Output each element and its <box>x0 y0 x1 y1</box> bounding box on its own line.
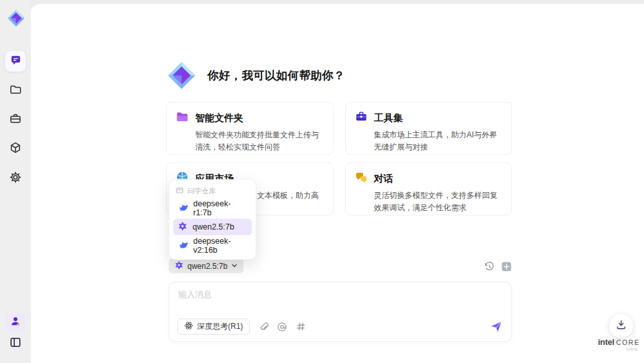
card-description: 灵活切换多模型文件，支持多样回复效果调试，满足个性化需求 <box>374 190 503 213</box>
folder-purple-icon <box>176 110 189 126</box>
message-composer: 深度思考(R1) <box>169 282 512 342</box>
card-title: 工具集 <box>374 112 403 124</box>
send-icon[interactable] <box>489 320 502 333</box>
card-conversation[interactable]: 对话 灵活切换多模型文件，支持多样回复效果调试，满足个性化需求 <box>345 162 513 215</box>
at-circle-icon[interactable] <box>277 322 287 332</box>
panel-icon <box>9 336 22 351</box>
card-title: 智能文件夹 <box>195 112 243 124</box>
chat-gold-icon <box>355 171 368 186</box>
chat-actions <box>483 260 512 272</box>
toolbox-icon <box>355 110 368 126</box>
sidebar-item-account[interactable] <box>6 313 25 332</box>
intel-core-logo: intel CORE Ultra <box>599 337 639 351</box>
intel-wordmark: intel <box>598 337 614 347</box>
greeting-title: 你好，我可以如何帮助你？ <box>207 68 345 83</box>
new-chat-icon[interactable] <box>500 260 512 272</box>
sidebar <box>0 0 31 363</box>
card-smart-folder[interactable]: 智能文件夹 智能文件夹功能支持批量文件上传与清洗，轻松实现文件问答 <box>166 102 334 155</box>
deep-think-label: 深度思考(R1) <box>197 321 243 332</box>
model-option-deepseek-v2[interactable]: deepseek-v2:16b <box>173 237 252 254</box>
deepseek-icon <box>178 240 188 252</box>
model-dropdown: 问学仓库 deepseek-r1:7b qwen2.5:7b deepseek-… <box>169 179 256 260</box>
repo-icon <box>176 186 184 195</box>
ultra-wordmark: Ultra <box>599 347 638 351</box>
sidebar-item-chat[interactable] <box>5 51 26 72</box>
hash-icon[interactable] <box>296 322 306 332</box>
greeting: 你好，我可以如何帮助你？ <box>166 60 345 91</box>
gear-icon <box>9 171 22 186</box>
chevron-down-icon <box>231 262 238 271</box>
model-option-deepseek-r1[interactable]: deepseek-r1:7b <box>173 200 252 217</box>
core-wordmark: CORE <box>616 338 640 346</box>
model-selector-label: qwen2.5:7b <box>187 262 227 271</box>
download-fab[interactable] <box>609 314 633 338</box>
paperclip-icon[interactable] <box>258 322 269 332</box>
qwen-icon <box>178 221 187 233</box>
qwen-icon <box>175 260 184 271</box>
model-selector[interactable]: qwen2.5:7b <box>169 259 243 273</box>
briefcase-icon <box>9 112 22 128</box>
chat-icon <box>10 54 22 69</box>
card-description: 集成市场上主流工具，助力AI与外界无缝扩展与对接 <box>374 129 503 153</box>
app-logo-icon <box>6 8 26 28</box>
model-option-qwen[interactable]: qwen2.5:7b <box>173 219 252 235</box>
deepseek-icon <box>178 202 188 215</box>
atom-icon <box>184 321 193 332</box>
card-title: 对话 <box>374 173 393 185</box>
sidebar-item-collapse[interactable] <box>5 333 26 354</box>
sidebar-item-toolbox[interactable] <box>5 110 26 130</box>
card-description: 智能文件夹功能支持批量文件上传与清洗，轻松实现文件问答 <box>195 129 324 153</box>
download-icon <box>616 319 627 333</box>
sidebar-item-models[interactable] <box>5 139 26 159</box>
message-input[interactable] <box>178 289 436 299</box>
folder-icon <box>9 83 22 99</box>
deep-think-toggle[interactable]: 深度思考(R1) <box>177 319 250 335</box>
sidebar-item-settings[interactable] <box>5 168 26 189</box>
history-icon[interactable] <box>483 260 495 272</box>
assistant-logo-icon <box>166 60 197 91</box>
model-repo-header: 问学仓库 <box>173 184 252 198</box>
cube-icon <box>9 141 22 157</box>
card-toolset[interactable]: 工具集 集成市场上主流工具，助力AI与外界无缝扩展与对接 <box>345 102 513 155</box>
sidebar-item-folders[interactable] <box>5 81 26 101</box>
user-icon <box>10 315 21 329</box>
